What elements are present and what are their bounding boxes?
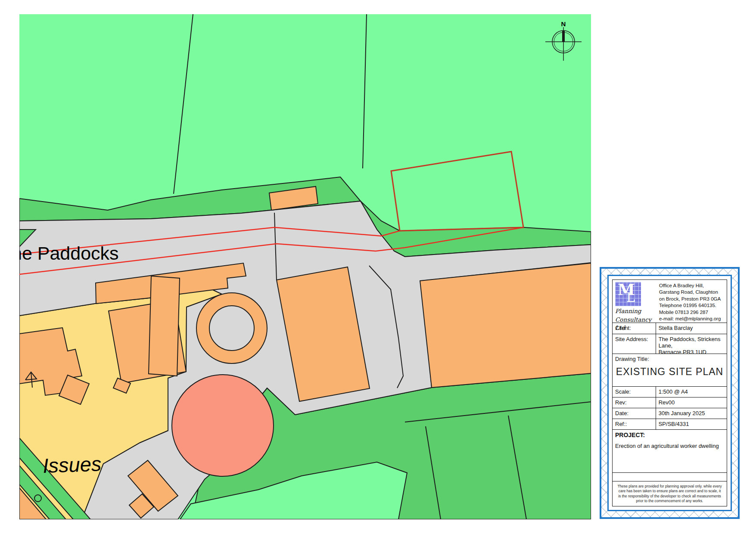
drawing-title-value: EXISTING SITE PLAN bbox=[615, 366, 724, 378]
client-row: Client: Stella Barclay bbox=[613, 323, 727, 334]
date-label: Date: bbox=[613, 408, 656, 419]
disclaimer-row: These plans are provided for planning ap… bbox=[613, 481, 727, 506]
site-address-label: Site Address: bbox=[613, 334, 656, 354]
rev-row: Rev: Rev00 bbox=[613, 397, 727, 408]
drawing-title-row: Drawing Title: EXISTING SITE PLAN bbox=[613, 354, 727, 387]
site-address-line: The Paddocks, Strickens Lane, bbox=[659, 336, 724, 349]
disclaimer-text: These plans are provided for planning ap… bbox=[617, 484, 722, 504]
company-row: M L Planning Consultancy Ltd Office A Br… bbox=[613, 280, 727, 323]
ml-logo-icon: M L bbox=[615, 282, 641, 306]
rev-value: Rev00 bbox=[656, 397, 727, 408]
address-line: Mobile 07813 296 287 bbox=[659, 309, 725, 316]
address-line: e-mail: mel@mlplanning.org bbox=[659, 316, 725, 322]
circular-pond bbox=[172, 375, 274, 476]
silo-ring-inner bbox=[209, 306, 254, 351]
client-value: Stella Barclay bbox=[656, 323, 727, 334]
address-line: on Brock, Preston PR3 0GA bbox=[659, 296, 725, 302]
spacer-row bbox=[613, 473, 727, 481]
scale-label: Scale: bbox=[613, 387, 656, 397]
drawing-title-label: Drawing Title: bbox=[615, 356, 724, 362]
title-block: M L Planning Consultancy Ltd Office A Br… bbox=[600, 267, 740, 519]
date-row: Date: 30th January 2025 bbox=[613, 408, 727, 419]
scale-value: 1:500 @ A4 bbox=[656, 387, 727, 397]
address-line: Office A Bradley Hill, bbox=[659, 283, 725, 289]
scale-row: Scale: 1:500 @ A4 bbox=[613, 387, 727, 397]
company-logo: M L Planning Consultancy Ltd bbox=[613, 280, 658, 323]
site-plan-map: N he Paddocks Issues bbox=[19, 14, 591, 519]
company-name-line: Planning bbox=[615, 307, 656, 316]
building-tall bbox=[149, 276, 180, 376]
address-line: Garstang Road, Claughton bbox=[659, 289, 725, 295]
rev-label: Rev: bbox=[613, 397, 656, 408]
title-block-inner-frame: M L Planning Consultancy Ltd Office A Br… bbox=[607, 275, 732, 511]
issues-label: Issues bbox=[42, 452, 102, 477]
client-label: Client: bbox=[613, 323, 656, 334]
building-east-large bbox=[420, 263, 591, 388]
address-line: Telephone 01995 640135. bbox=[659, 302, 725, 309]
ref-value: SP/SB/4331 bbox=[656, 419, 727, 429]
project-label: PROJECT: bbox=[615, 432, 724, 438]
site-address-value: The Paddocks, Strickens Lane, Barnacre P… bbox=[656, 334, 727, 354]
project-row: PROJECT: Erection of an agricultural wor… bbox=[613, 430, 727, 473]
logo-monogram-l: L bbox=[626, 290, 635, 305]
site-address-row: Site Address: The Paddocks, Strickens La… bbox=[613, 334, 727, 354]
north-label: N bbox=[561, 20, 566, 28]
date-value: 30th January 2025 bbox=[656, 408, 727, 419]
ref-label: Ref:: bbox=[613, 419, 656, 429]
ref-row: Ref:: SP/SB/4331 bbox=[613, 419, 727, 430]
street-label: he Paddocks bbox=[19, 243, 119, 264]
project-value: Erection of an agricultural worker dwell… bbox=[615, 443, 724, 449]
site-plan-page: N he Paddocks Issues M L Planning bbox=[0, 0, 756, 534]
company-address: Office A Bradley Hill, Garstang Road, Cl… bbox=[658, 280, 727, 323]
